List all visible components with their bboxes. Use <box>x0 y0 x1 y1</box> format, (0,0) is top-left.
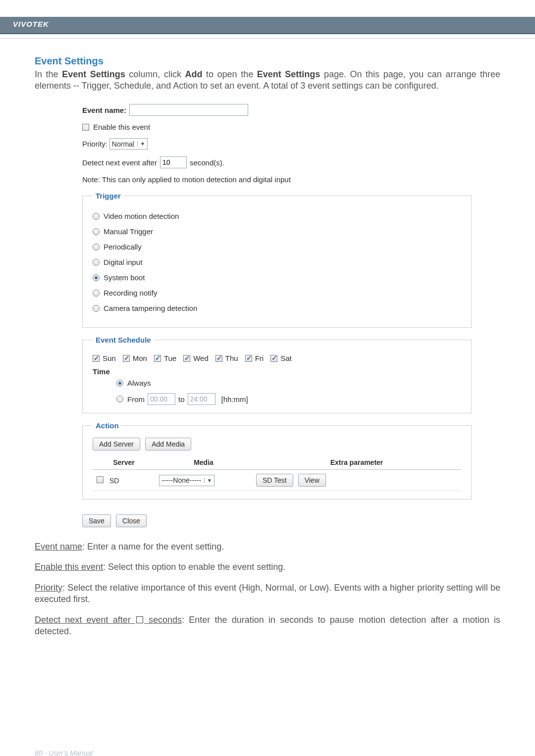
intro-bold: Event Settings <box>257 69 321 79</box>
priority-select[interactable]: Normal ▼ <box>109 138 148 150</box>
intro-text: column, click <box>125 69 185 79</box>
detect-post-label: second(s). <box>190 158 224 167</box>
add-media-button[interactable]: Add Media <box>145 438 191 451</box>
footer-title: User's Manual <box>49 749 93 756</box>
trigger-option-label: Recording notify <box>104 289 157 297</box>
trigger-radio-motion[interactable] <box>93 213 100 220</box>
glossary-desc: : Select this option to enable the event… <box>103 562 285 572</box>
schedule-legend: Event Schedule <box>93 336 154 344</box>
trigger-legend: Trigger <box>93 192 124 200</box>
trigger-option-label: Manual Trigger <box>104 227 153 236</box>
day-mon-checkbox[interactable] <box>123 355 130 362</box>
priority-value: Normal <box>112 140 134 148</box>
time-from-label: From <box>127 395 145 403</box>
day-label: Wed <box>193 354 209 362</box>
intro-paragraph: In the Event Settings column, click Add … <box>35 69 500 91</box>
day-label: Sun <box>103 354 116 362</box>
day-thu-checkbox[interactable] <box>215 355 222 362</box>
glossary-term: Event name <box>35 542 82 552</box>
glossary-desc: : Enter a name for the event setting. <box>82 542 224 552</box>
save-button[interactable]: Save <box>82 514 111 527</box>
footer-page: 80 <box>35 749 43 756</box>
action-fieldset: Action Add Server Add Media Server Media… <box>82 421 472 500</box>
trigger-radio-manual[interactable] <box>93 228 100 235</box>
glossary-desc: : Select the relative importance of this… <box>35 583 500 604</box>
time-range-radio[interactable] <box>116 396 123 403</box>
enable-event-label: Enable this event <box>93 123 150 131</box>
trigger-option-label: Digital input <box>104 258 142 266</box>
section-title: Event Settings <box>35 55 500 67</box>
glossary-term: Enable this event <box>35 562 103 572</box>
media-select[interactable]: -----None----- ▼ <box>159 475 214 486</box>
intro-text: to open the <box>202 69 257 79</box>
media-value: -----None----- <box>161 476 201 484</box>
intro-text: In the <box>35 69 62 79</box>
day-sat-checkbox[interactable] <box>270 355 277 362</box>
day-label: Thu <box>225 354 238 362</box>
action-table: Server Media Extra parameter SD <box>93 455 461 491</box>
table-row: SD -----None----- ▼ SD Test View <box>93 470 461 491</box>
sd-test-button[interactable]: SD Test <box>256 474 293 487</box>
time-to-label: to <box>178 395 185 403</box>
event-settings-form: Event name: Enable this event Priority: … <box>82 104 472 527</box>
note-label: Note: This can only applied to motion de… <box>82 175 472 184</box>
trigger-fieldset: Trigger Video motion detection Manual Tr… <box>82 192 472 328</box>
view-button[interactable]: View <box>298 474 326 487</box>
brand-label: VIVOTEK <box>13 20 49 28</box>
trigger-radio-recording-notify[interactable] <box>93 290 100 297</box>
add-server-button[interactable]: Add Server <box>93 438 140 451</box>
detect-pre-label: Detect next event after <box>82 158 157 167</box>
day-tue-checkbox[interactable] <box>154 355 161 362</box>
day-label: Mon <box>133 354 147 362</box>
header-divider <box>0 34 535 39</box>
chevron-down-icon: ▼ <box>137 141 145 147</box>
time-always-label: Always <box>127 379 151 387</box>
trigger-option-label: Video motion detection <box>104 212 179 220</box>
action-legend: Action <box>93 421 122 430</box>
blank-box-icon <box>136 616 143 623</box>
trigger-radio-system-boot[interactable] <box>93 274 100 281</box>
day-sun-checkbox[interactable] <box>93 355 100 362</box>
time-label: Time <box>93 367 461 376</box>
day-fri-checkbox[interactable] <box>245 355 252 362</box>
time-to-input[interactable] <box>188 393 215 405</box>
th-media: Media <box>155 455 252 470</box>
trigger-radio-digital-input[interactable] <box>93 259 100 266</box>
day-wed-checkbox[interactable] <box>183 355 190 362</box>
event-name-label: Event name: <box>82 106 126 114</box>
sd-checkbox[interactable] <box>97 476 104 483</box>
close-button[interactable]: Close <box>116 514 147 527</box>
day-label: Fri <box>255 354 264 362</box>
time-always-radio[interactable] <box>116 380 123 387</box>
page-footer: 80 - User's Manual <box>35 749 93 756</box>
trigger-option-label: System boot <box>104 273 145 282</box>
day-label: Tue <box>164 354 176 362</box>
time-from-input[interactable] <box>148 393 175 405</box>
schedule-fieldset: Event Schedule Sun Mon Tue Wed Thu Fri S… <box>82 336 472 413</box>
intro-bold: Event Settings <box>62 69 125 79</box>
glossary-term: Detect next event after seconds <box>35 615 182 625</box>
glossary: Event name: Enter a name for the event s… <box>35 541 500 637</box>
enable-event-checkbox[interactable] <box>82 124 89 131</box>
time-format-hint: [hh:mm] <box>221 395 248 403</box>
intro-bold: Add <box>185 69 202 79</box>
footer-sep: - <box>43 749 49 756</box>
days-row: Sun Mon Tue Wed Thu Fri Sat <box>93 354 461 362</box>
day-label: Sat <box>280 354 292 362</box>
event-name-input[interactable] <box>129 104 248 116</box>
server-sd-label: SD <box>109 477 119 485</box>
th-extra: Extra parameter <box>252 455 461 470</box>
th-server: Server <box>93 455 155 470</box>
trigger-option-label: Periodically <box>104 243 142 251</box>
trigger-option-label: Camera tampering detection <box>104 304 197 312</box>
chevron-down-icon: ▼ <box>204 478 212 483</box>
priority-label: Priority: <box>82 140 107 148</box>
page-header: VIVOTEK <box>0 17 535 34</box>
trigger-radio-periodically[interactable] <box>93 244 100 251</box>
trigger-radio-tampering[interactable] <box>93 305 100 312</box>
glossary-term: Priority <box>35 583 62 593</box>
detect-seconds-input[interactable] <box>160 156 187 168</box>
